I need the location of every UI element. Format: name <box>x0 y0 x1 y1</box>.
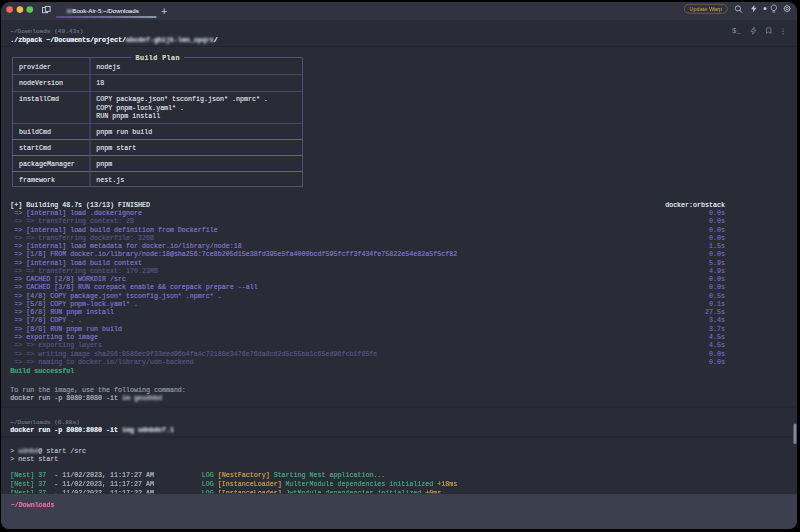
svg-text:$_: $_ <box>732 27 742 35</box>
